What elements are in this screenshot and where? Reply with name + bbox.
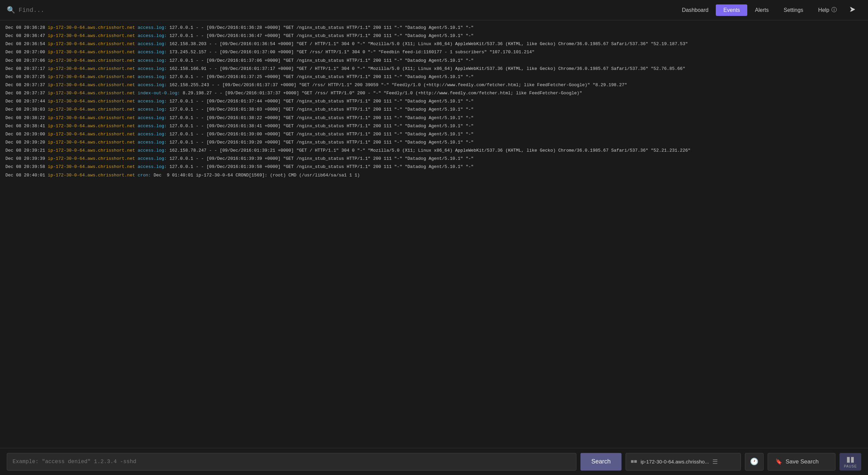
log-entry: Dec 08 20:37:06 ip-172-30-0-64.aws.chris…: [5, 57, 863, 65]
search-button[interactable]: Search: [580, 453, 622, 471]
help-label: Help: [818, 7, 829, 13]
log-date: Dec 08 20:38:03: [5, 107, 48, 112]
log-source: access.log:: [138, 50, 167, 55]
log-source: access.log:: [138, 99, 167, 104]
log-host: ip-172-30-0-64.aws.chrisshort.net: [48, 50, 138, 55]
top-search-bar: 🔍: [7, 6, 674, 14]
log-host: ip-172-30-0-64.aws.chrisshort.net: [48, 164, 138, 169]
log-source: cron:: [138, 173, 151, 178]
log-host: ip-172-30-0-64.aws.chrisshort.net: [48, 25, 138, 30]
log-date: Dec 08 20:39:21: [5, 148, 48, 153]
log-host: ip-172-30-0-64.aws.chrisshort.net: [48, 91, 138, 96]
log-message: 162.158.166.91 - - [09/Dec/2016:01:37:17…: [167, 66, 685, 71]
help-icon: ⓘ: [831, 6, 837, 14]
log-source: index-out-0.log:: [138, 91, 180, 96]
log-date: Dec 08 20:36:54: [5, 41, 48, 46]
log-date: Dec 08 20:39:00: [5, 132, 48, 137]
log-date: Dec 08 20:37:37: [5, 91, 48, 96]
log-entry: Dec 08 20:36:28 ip-172-30-0-64.aws.chris…: [5, 24, 863, 32]
log-entry: Dec 08 20:39:00 ip-172-30-0-64.aws.chris…: [5, 130, 863, 138]
log-host: ip-172-30-0-64.aws.chrisshort.net: [48, 82, 138, 88]
log-source: access.log:: [138, 115, 167, 120]
log-entry: Dec 08 20:39:21 ip-172-30-0-64.aws.chris…: [5, 147, 863, 155]
log-source: access.log:: [138, 164, 167, 169]
log-entry: Dec 08 20:38:41 ip-172-30-0-64.aws.chris…: [5, 122, 863, 130]
log-message: 127.0.0.1 - - [09/Dec/2016:01:36:47 +000…: [167, 33, 474, 38]
log-entry: Dec 08 20:40:01 ip-172-30-0-64.aws.chris…: [5, 171, 863, 179]
nav-links: Dashboard Events Alerts Settings Help ⓘ …: [674, 4, 861, 16]
log-host: ip-172-30-0-64.aws.chrisshort.net: [48, 66, 138, 71]
log-message: 127.0.0.1 - - [09/Dec/2016:01:38:03 +000…: [167, 107, 474, 112]
grid-icon: ■■: [631, 459, 637, 465]
log-host: ip-172-30-0-64.aws.chrisshort.net: [48, 74, 138, 79]
log-source: access.log:: [138, 124, 167, 129]
log-date: Dec 08 20:37:06: [5, 58, 48, 63]
log-source: access.log:: [138, 82, 167, 88]
bookmark-icon: 🔖: [775, 458, 782, 465]
log-host: ip-172-30-0-64.aws.chrisshort.net: [48, 140, 138, 145]
log-date: Dec 08 20:37:17: [5, 66, 48, 71]
log-date: Dec 08 20:37:25: [5, 74, 48, 79]
pause-button[interactable]: ▮▮ PAUSE: [840, 453, 861, 471]
log-date: Dec 08 20:38:22: [5, 115, 48, 120]
log-entry: Dec 08 20:38:22 ip-172-30-0-64.aws.chris…: [5, 114, 863, 122]
log-message: 8.29.198.27 - - [09/Dec/2016:01:37:37 +0…: [180, 91, 582, 96]
log-entry: Dec 08 20:37:25 ip-172-30-0-64.aws.chris…: [5, 73, 863, 81]
nav-logout-button[interactable]: ⮞: [844, 4, 861, 16]
log-message: 127.0.0.1 - - [09/Dec/2016:01:39:20 +000…: [167, 140, 474, 145]
log-message: 162.158.38.203 - - [09/Dec/2016:01:36:54…: [167, 41, 688, 46]
log-entry: Dec 08 20:38:03 ip-172-30-0-64.aws.chris…: [5, 106, 863, 114]
log-host: ip-172-30-0-64.aws.chrisshort.net: [48, 107, 138, 112]
log-entry: Dec 08 20:37:44 ip-172-30-0-64.aws.chris…: [5, 97, 863, 106]
log-source: access.log:: [138, 66, 167, 71]
search-input[interactable]: [7, 453, 576, 471]
log-source: access.log:: [138, 25, 167, 30]
top-navigation: 🔍 Dashboard Events Alerts Settings Help …: [0, 0, 868, 20]
log-entry: Dec 08 20:39:58 ip-172-30-0-64.aws.chris…: [5, 163, 863, 171]
save-search-button[interactable]: 🔖 Save Search: [768, 453, 835, 471]
log-source: access.log:: [138, 148, 167, 153]
log-source: access.log:: [138, 107, 167, 112]
log-message: 127.0.0.1 - - [09/Dec/2016:01:38:22 +000…: [167, 115, 474, 120]
log-area: Dec 08 20:36:28 ip-172-30-0-64.aws.chris…: [0, 20, 868, 448]
log-host: ip-172-30-0-64.aws.chrisshort.net: [48, 173, 138, 178]
log-message: 127.0.0.1 - - [09/Dec/2016:01:37:06 +000…: [167, 58, 474, 63]
log-date: Dec 08 20:37:44: [5, 99, 48, 104]
log-message: 173.245.52.157 - - [09/Dec/2016:01:37:00…: [167, 50, 534, 55]
log-source: access.log:: [138, 132, 167, 137]
time-selector[interactable]: 🕐: [745, 453, 764, 471]
log-host: ip-172-30-0-64.aws.chrisshort.net: [48, 99, 138, 104]
log-host: ip-172-30-0-64.aws.chrisshort.net: [48, 41, 138, 46]
log-host: ip-172-30-0-64.aws.chrisshort.net: [48, 148, 138, 153]
nav-help[interactable]: Help ⓘ: [811, 4, 844, 16]
source-selector-text: ip-172-30-0-64.aws.chrissho...: [640, 459, 709, 464]
top-search-input[interactable]: [19, 7, 120, 14]
search-icon: 🔍: [7, 6, 15, 14]
clock-icon: 🕐: [750, 457, 758, 466]
pause-label: PAUSE: [844, 464, 857, 468]
log-entry: Dec 08 20:37:17 ip-172-30-0-64.aws.chris…: [5, 65, 863, 73]
log-source: access.log:: [138, 74, 167, 79]
log-source: access.log:: [138, 58, 167, 63]
log-date: Dec 08 20:39:39: [5, 156, 48, 161]
nav-events[interactable]: Events: [716, 4, 747, 16]
nav-dashboard[interactable]: Dashboard: [674, 4, 716, 16]
log-source: access.log:: [138, 33, 167, 38]
log-entry: Dec 08 20:36:47 ip-172-30-0-64.aws.chris…: [5, 32, 863, 40]
log-date: Dec 08 20:40:01: [5, 173, 48, 178]
log-entry: Dec 08 20:36:54 ip-172-30-0-64.aws.chris…: [5, 40, 863, 48]
log-entry: Dec 08 20:39:39 ip-172-30-0-64.aws.chris…: [5, 155, 863, 163]
log-message: 127.0.0.1 - - [09/Dec/2016:01:36:28 +000…: [167, 25, 474, 30]
log-source: access.log:: [138, 156, 167, 161]
save-search-label: Save Search: [786, 458, 818, 465]
log-entry: Dec 08 20:37:00 ip-172-30-0-64.aws.chris…: [5, 48, 863, 56]
menu-icon: ☰: [712, 458, 718, 466]
log-source: access.log:: [138, 140, 167, 145]
source-selector[interactable]: ■■ ip-172-30-0-64.aws.chrissho... ☰: [626, 453, 741, 471]
log-message: 127.0.0.1 - - [09/Dec/2016:01:38:41 +000…: [167, 124, 474, 129]
log-host: ip-172-30-0-64.aws.chrisshort.net: [48, 132, 138, 137]
nav-alerts[interactable]: Alerts: [747, 4, 776, 16]
nav-settings[interactable]: Settings: [776, 4, 811, 16]
log-date: Dec 08 20:36:28: [5, 25, 48, 30]
log-entry: Dec 08 20:39:20 ip-172-30-0-64.aws.chris…: [5, 138, 863, 147]
